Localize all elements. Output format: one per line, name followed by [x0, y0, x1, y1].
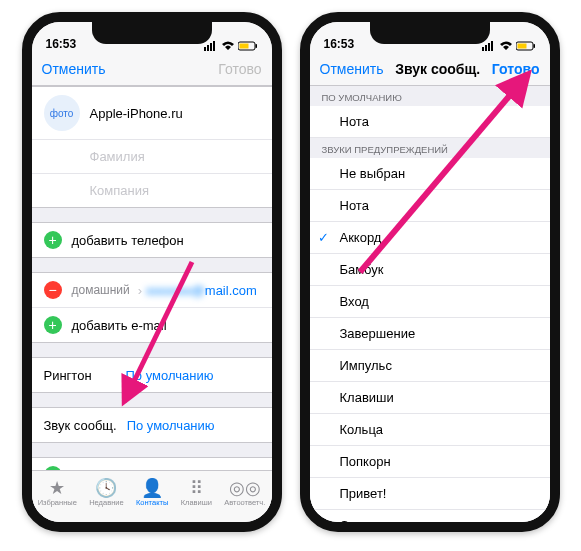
item-label: Вход [340, 294, 369, 309]
add-phone-label: добавить телефон [72, 233, 184, 248]
photo-badge[interactable]: фото [44, 95, 80, 131]
svg-rect-0 [204, 47, 206, 51]
ringtone-label: Рингтон [44, 368, 116, 383]
svg-rect-5 [239, 44, 248, 49]
done-button[interactable]: Готово [492, 61, 540, 77]
email-value-blurred: xxxxxxx@ [146, 283, 205, 298]
add-phone-row[interactable]: + добавить телефон [32, 223, 272, 257]
list-item[interactable]: ✓Аккорд [310, 222, 550, 254]
tab-favorites[interactable]: ★ Избранные [38, 479, 77, 507]
list-item[interactable]: Завершение [310, 318, 550, 350]
ringtone-row[interactable]: Рингтон По умолчанию [32, 358, 272, 392]
list-item[interactable]: Нота [310, 106, 550, 138]
add-email-label: добавить e-mail [72, 318, 167, 333]
tab-contacts[interactable]: 👤 Контакты [136, 479, 168, 507]
tab-voicemail[interactable]: ◎◎ Автоответч. [224, 479, 265, 507]
svg-rect-11 [491, 41, 493, 51]
item-label: Синтезатор [340, 518, 410, 522]
cancel-button[interactable]: Отменить [320, 61, 384, 77]
notch [370, 22, 490, 44]
lastname-placeholder: Фамилия [90, 149, 145, 164]
section-alerts: ЗВУКИ ПРЕДУПРЕЖДЕНИЙ [310, 138, 550, 158]
company-placeholder: Компания [90, 183, 150, 198]
tab-recents[interactable]: 🕓 Недавние [89, 479, 123, 507]
nav-title: Звук сообщ. [395, 61, 480, 77]
section-default: ПО УМОЛЧАНИЮ [310, 86, 550, 106]
checkmark-icon: ✓ [318, 230, 329, 245]
textsound-row[interactable]: Звук сообщ. По умолчанию [32, 408, 272, 442]
cancel-button[interactable]: Отменить [42, 61, 106, 77]
tab-label: Клавиши [181, 498, 212, 507]
item-label: Нота [340, 114, 369, 129]
list-item[interactable]: Не выбран [310, 158, 550, 190]
nav-bar: Отменить Звук сообщ. Готово [310, 52, 550, 86]
svg-rect-3 [213, 41, 215, 51]
list-item[interactable]: Синтезатор [310, 510, 550, 522]
item-label: Нота [340, 198, 369, 213]
tab-label: Избранные [38, 498, 77, 507]
svg-rect-13 [517, 44, 526, 49]
ringtone-value: По умолчанию [126, 368, 214, 383]
list-item[interactable]: Импульс [310, 350, 550, 382]
list-item[interactable]: Вход [310, 286, 550, 318]
home-email-row[interactable]: − домашний › xxxxxxx@mail.com [32, 273, 272, 307]
svg-rect-10 [488, 43, 490, 51]
plus-icon: + [44, 231, 62, 249]
nav-bar: Отменить Готово [32, 52, 272, 86]
svg-rect-1 [207, 45, 209, 51]
status-indicators [204, 41, 258, 51]
item-label: Не выбран [340, 166, 406, 181]
lastname-row[interactable]: Фамилия [32, 139, 272, 173]
item-label: Бамбук [340, 262, 384, 277]
svg-rect-6 [255, 44, 257, 48]
item-label: Попкорн [340, 454, 391, 469]
item-label: Кольца [340, 422, 384, 437]
phone-left: 16:53 Отменить Готово фото Apple-iPhone.… [22, 12, 282, 532]
item-label: Клавиши [340, 390, 394, 405]
item-label: Завершение [340, 326, 416, 341]
textsound-label: Звук сообщ. [44, 418, 117, 433]
edit-contact-content: фото Apple-iPhone.ru Фамилия Компания + … [32, 86, 272, 522]
svg-rect-8 [482, 47, 484, 51]
tab-label: Автоответч. [224, 498, 265, 507]
name-row[interactable]: фото Apple-iPhone.ru [32, 87, 272, 139]
plus-icon: + [44, 316, 62, 334]
status-time: 16:53 [46, 37, 77, 51]
item-label: Привет! [340, 486, 387, 501]
list-item[interactable]: Кольца [310, 414, 550, 446]
done-button-disabled: Готово [218, 61, 261, 77]
voicemail-icon: ◎◎ [229, 479, 261, 497]
person-icon: 👤 [141, 479, 163, 497]
add-email-row[interactable]: + добавить e-mail [32, 307, 272, 342]
svg-rect-14 [533, 44, 535, 48]
clock-icon: 🕓 [95, 479, 117, 497]
star-icon: ★ [49, 479, 65, 497]
tab-keypad[interactable]: ⠿ Клавиши [181, 479, 212, 507]
item-label: Аккорд [340, 230, 382, 245]
list-item[interactable]: Попкорн [310, 446, 550, 478]
textsound-value: По умолчанию [127, 418, 215, 433]
company-row[interactable]: Компания [32, 173, 272, 207]
status-time: 16:53 [324, 37, 355, 51]
list-item[interactable]: Привет! [310, 478, 550, 510]
keypad-icon: ⠿ [190, 479, 203, 497]
list-item[interactable]: Нота [310, 190, 550, 222]
phone-right: 16:53 Отменить Звук сообщ. Готово ПО УМО… [300, 12, 560, 532]
list-item[interactable]: Клавиши [310, 382, 550, 414]
notch [92, 22, 212, 44]
email-suffix: mail.com [205, 283, 257, 298]
list-item[interactable]: Бамбук [310, 254, 550, 286]
sound-list[interactable]: ПО УМОЛЧАНИЮ Нота ЗВУКИ ПРЕДУПРЕЖДЕНИЙ Н… [310, 86, 550, 522]
svg-rect-9 [485, 45, 487, 51]
minus-icon: − [44, 281, 62, 299]
tab-label: Недавние [89, 498, 123, 507]
home-label: домашний [72, 283, 130, 297]
tab-bar: ★ Избранные 🕓 Недавние 👤 Контакты ⠿ Клав… [32, 470, 272, 522]
svg-rect-2 [210, 43, 212, 51]
item-label: Импульс [340, 358, 392, 373]
name-value: Apple-iPhone.ru [90, 106, 183, 121]
tab-label: Контакты [136, 498, 168, 507]
status-indicators [482, 41, 536, 51]
